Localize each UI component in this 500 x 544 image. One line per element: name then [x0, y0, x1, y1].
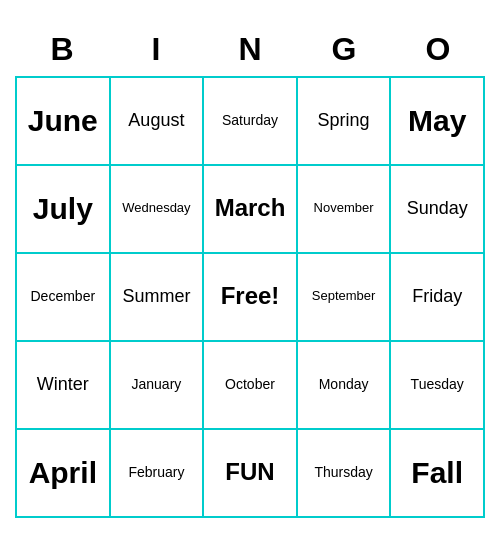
cell-text: Tuesday: [411, 377, 464, 392]
bingo-cell: July: [17, 166, 111, 254]
cell-text: April: [29, 456, 97, 489]
cell-text: September: [312, 289, 376, 303]
cell-text: July: [33, 192, 93, 225]
cell-text: February: [128, 465, 184, 480]
cell-text: Wednesday: [122, 201, 190, 215]
cell-text: Summer: [122, 287, 190, 307]
bingo-cell: February: [111, 430, 205, 518]
cell-text: Thursday: [314, 465, 372, 480]
bingo-cell: September: [298, 254, 392, 342]
bingo-cell: Wednesday: [111, 166, 205, 254]
cell-text: August: [128, 111, 184, 131]
cell-text: Sunday: [407, 199, 468, 219]
header-letter: I: [109, 27, 203, 72]
cell-text: May: [408, 104, 466, 137]
bingo-cell: Free!: [204, 254, 298, 342]
bingo-cell: Saturday: [204, 78, 298, 166]
bingo-card: BINGO JuneAugustSaturdaySpringMayJulyWed…: [15, 27, 485, 518]
bingo-cell: January: [111, 342, 205, 430]
cell-text: FUN: [225, 459, 274, 485]
cell-text: October: [225, 377, 275, 392]
cell-text: November: [314, 201, 374, 215]
bingo-cell: April: [17, 430, 111, 518]
cell-text: Saturday: [222, 113, 278, 128]
cell-text: Free!: [221, 283, 280, 309]
cell-text: January: [131, 377, 181, 392]
bingo-cell: Fall: [391, 430, 485, 518]
bingo-cell: Spring: [298, 78, 392, 166]
cell-text: March: [215, 195, 286, 221]
header-letter: G: [297, 27, 391, 72]
bingo-cell: Friday: [391, 254, 485, 342]
header-letter: O: [391, 27, 485, 72]
bingo-cell: Winter: [17, 342, 111, 430]
cell-text: Fall: [411, 456, 463, 489]
bingo-cell: October: [204, 342, 298, 430]
bingo-cell: FUN: [204, 430, 298, 518]
header-letter: N: [203, 27, 297, 72]
bingo-cell: December: [17, 254, 111, 342]
bingo-cell: August: [111, 78, 205, 166]
bingo-cell: Sunday: [391, 166, 485, 254]
bingo-cell: November: [298, 166, 392, 254]
bingo-cell: Tuesday: [391, 342, 485, 430]
cell-text: December: [31, 289, 96, 304]
bingo-cell: Monday: [298, 342, 392, 430]
bingo-cell: Thursday: [298, 430, 392, 518]
cell-text: Monday: [319, 377, 369, 392]
bingo-header: BINGO: [15, 27, 485, 72]
bingo-cell: May: [391, 78, 485, 166]
bingo-cell: Summer: [111, 254, 205, 342]
cell-text: Winter: [37, 375, 89, 395]
bingo-cell: June: [17, 78, 111, 166]
cell-text: June: [28, 104, 98, 137]
cell-text: Spring: [318, 111, 370, 131]
cell-text: Friday: [412, 287, 462, 307]
bingo-cell: March: [204, 166, 298, 254]
header-letter: B: [15, 27, 109, 72]
bingo-grid: JuneAugustSaturdaySpringMayJulyWednesday…: [15, 76, 485, 518]
